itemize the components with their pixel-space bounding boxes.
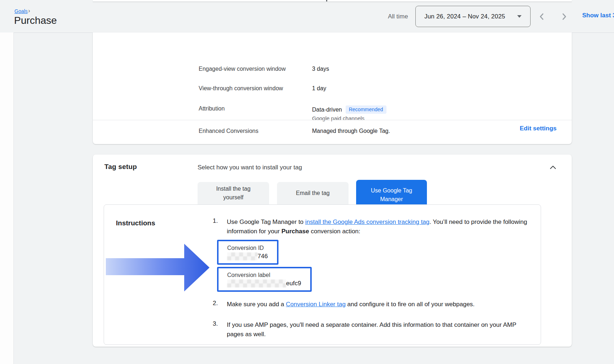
recommended-badge: Recommended [346,105,386,114]
pointer-arrow-graphic [101,240,213,294]
step-number: 1. [213,217,218,225]
tab-email-the-tag[interactable]: Email the tag [277,182,349,204]
redacted-value-blur [227,280,286,287]
date-range-picker[interactable]: Jun 26, 2024 – Nov 24, 2025 [415,6,531,27]
tab-label: Use Google Tag [371,186,412,195]
edit-settings-button[interactable]: Edit settings [520,125,557,132]
setting-label: View-through conversion window [199,85,283,92]
tag-setup-title: Tag setup [104,163,137,171]
next-range-button[interactable] [559,11,570,22]
page-title: Purchase [14,15,57,26]
redacted-value-blur [227,252,258,260]
conversion-label-label: Conversion label [227,272,310,278]
step-1-text: Use Google Tag Manager to install the Go… [227,217,533,236]
setting-value: 3 days [312,66,329,72]
setting-subvalue: Google paid channels [312,115,364,121]
conversion-id-box: Conversion ID 746 [217,240,278,265]
setting-label: Attribution [199,105,225,112]
show-last-link[interactable]: Show last 3 [582,12,614,19]
attribution-value: Data-driven [312,107,342,113]
install-tracking-tag-link[interactable]: install the Google Ads conversion tracki… [305,218,429,225]
tab-label: yourself [223,193,243,202]
conversion-id-label: Conversion ID [227,245,277,251]
tab-label: Email the tag [296,189,329,198]
tag-setup-subtitle: Select how you want to install your tag [198,164,302,171]
tab-label: Manager [380,195,403,204]
date-range-value: Jun 26, 2024 – Nov 24, 2025 [424,13,505,20]
tab-install-yourself[interactable]: Install the tag yourself [198,182,269,204]
dropdown-caret-icon [517,15,522,18]
setting-label: Engaged-view conversion window [199,66,286,72]
collapsed-nav-rail [0,32,14,364]
conversion-action-name: Purchase [281,228,309,235]
setting-label: Enhanced Conversions [199,128,258,134]
chevron-up-icon [547,162,559,173]
conversion-settings-card: Engaged-view conversion window 3 days Vi… [93,32,572,144]
conversion-label-value: eufc9 [286,280,301,287]
chart-tick-remnant [326,0,327,1]
step-3-text: If you use AMP pages, you'll need a sepa… [227,320,533,339]
setting-value: Data-drivenRecommended [312,105,386,114]
breadcrumb-goals-link[interactable]: Goals [14,8,28,14]
instructions-title: Instructions [116,219,155,227]
step-number: 2. [213,300,218,307]
tab-label: Install the tag [216,185,250,193]
setting-value: 1 day [312,85,326,92]
prev-range-button[interactable] [536,11,547,22]
chevron-right-icon [559,11,570,22]
scrolled-card-bottom-edge [93,0,572,2]
conversion-linker-tag-link[interactable]: Conversion Linker tag [286,301,345,308]
setting-value: Managed through Google Tag. [312,128,390,134]
step-2-text: Make sure you add a Conversion Linker ta… [227,300,533,309]
time-scope-label: All time [388,13,408,20]
conversion-id-value: 746 [258,253,268,260]
card-footer-divider [93,120,572,120]
step-number: 3. [213,320,218,328]
collapse-section-button[interactable] [547,162,559,173]
conversion-label-box: Conversion label eufc9 [217,267,312,292]
chevron-left-icon [536,11,547,22]
breadcrumb-chevron-icon: › [28,8,30,14]
